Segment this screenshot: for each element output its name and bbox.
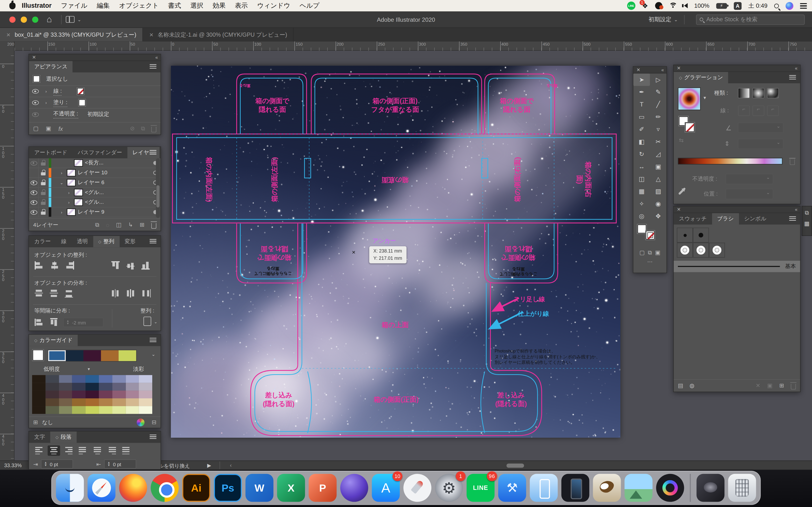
close-panel-icon[interactable]: ✕: [677, 207, 681, 212]
tab-透明[interactable]: 透明: [72, 236, 93, 247]
brush-item-3pt-round[interactable]: [677, 228, 693, 243]
gradient-position-select[interactable]: [725, 189, 773, 199]
layer-row[interactable]: ›レイヤー 10: [29, 168, 160, 178]
workspace-chevron-icon[interactable]: ⌄: [674, 17, 678, 22]
close-panel-icon[interactable]: ✕: [637, 67, 641, 72]
hand-tool[interactable]: ✥: [650, 210, 666, 222]
layer-thumbnail[interactable]: [74, 159, 83, 167]
variation-swatch[interactable]: [59, 398, 72, 406]
menu-item-ヘルプ[interactable]: ヘルプ: [300, 1, 319, 10]
tab-appearance[interactable]: アピアランス: [29, 61, 73, 72]
layer-row[interactable]: ›<グル...: [29, 198, 160, 208]
panel-menu-icon[interactable]: [150, 338, 156, 342]
panel-menu-icon[interactable]: [789, 216, 796, 221]
menu-item-選択[interactable]: 選択: [191, 1, 203, 10]
close-tab-icon[interactable]: ✕: [149, 32, 153, 38]
lock-icon[interactable]: [41, 199, 46, 206]
status-play-icon[interactable]: ▶: [207, 463, 211, 468]
layer-thumbnail[interactable]: [67, 209, 75, 216]
document-tab-1[interactable]: ✕box_01.ai* @ 33.33% (CMYK/GPU プレビュー): [0, 28, 143, 42]
width-tool[interactable]: ↔: [633, 160, 650, 173]
document-tab-2[interactable]: ✕名称未設定-1.ai @ 300% (CMYK/GPU プレビュー): [143, 28, 294, 42]
variation-swatch[interactable]: [112, 391, 126, 398]
layer-name[interactable]: <長方...: [85, 159, 103, 167]
dock-icon-simulator-app[interactable]: [530, 474, 558, 502]
variation-swatch[interactable]: [126, 383, 139, 391]
eye-icon[interactable]: [30, 200, 37, 205]
clear-appearance-icon[interactable]: ⊘: [130, 125, 135, 132]
distribute-dm[interactable]: [49, 289, 60, 298]
scale-tool[interactable]: ◿: [650, 148, 666, 160]
close-panel-icon[interactable]: ✕: [32, 55, 36, 60]
close-panel-icon[interactable]: ✕: [677, 66, 681, 71]
pen-tool[interactable]: ✒: [633, 86, 650, 98]
layer-thumbnail[interactable]: [67, 169, 75, 176]
tab-変形[interactable]: 変形: [119, 236, 141, 247]
variation-swatch[interactable]: [59, 383, 72, 391]
right-indent-stepper[interactable]: ▲▼0 pt: [104, 459, 136, 469]
panel-menu-icon[interactable]: [150, 150, 156, 155]
dropbox-status-icon[interactable]: ❖1: [642, 2, 648, 10]
add-effect-icon[interactable]: fx: [58, 125, 63, 132]
distribute-dl[interactable]: [111, 289, 121, 298]
brush-item-ring-1[interactable]: [677, 243, 693, 258]
notification-center-icon[interactable]: [800, 3, 807, 9]
tab-カラー[interactable]: カラー: [29, 236, 56, 247]
brush-item-basic[interactable]: 基本: [674, 261, 800, 272]
adobe-stock-search-input[interactable]: Adobe Stock を検索: [696, 14, 805, 24]
layer-name[interactable]: レイヤー 9: [78, 209, 104, 216]
status-prev-icon[interactable]: ‹: [230, 463, 232, 468]
lock-icon[interactable]: [41, 170, 46, 176]
remove-brush-stroke-icon[interactable]: ✕: [756, 382, 761, 389]
align-horizontal-hr[interactable]: [64, 261, 75, 270]
variation-swatch[interactable]: [45, 406, 59, 414]
dock-icon-chrome[interactable]: [151, 474, 179, 502]
align-vertical-vm[interactable]: [126, 261, 136, 270]
harmony-color-4[interactable]: [101, 350, 119, 361]
layer-name[interactable]: <グル...: [85, 189, 104, 196]
eye-icon[interactable]: [30, 190, 37, 195]
draw-behind-icon[interactable]: ⧉: [648, 249, 652, 256]
variation-swatch[interactable]: [32, 398, 45, 406]
variation-swatch[interactable]: [32, 391, 45, 398]
dock-icon-system-preferences[interactable]: ⚙1: [435, 474, 463, 502]
stroke-visibility-eye-icon[interactable]: [32, 89, 39, 94]
locate-object-icon[interactable]: ◌: [106, 222, 109, 228]
distribute-db[interactable]: [64, 289, 75, 298]
visibility-cell[interactable]: [29, 198, 39, 207]
variation-swatch[interactable]: [99, 383, 112, 391]
perspective-grid-tool[interactable]: △: [650, 173, 666, 185]
align-to-artboard-icon[interactable]: [144, 317, 151, 326]
dock-icon-photoshop[interactable]: Ps: [214, 474, 242, 502]
new-layer-icon[interactable]: ⊞: [140, 221, 145, 228]
harmony-color-5[interactable]: [119, 350, 136, 361]
reverse-gradient-icon[interactable]: ⇆: [679, 137, 684, 144]
base-color-swatch[interactable]: [33, 350, 44, 361]
align-to-chevron-icon[interactable]: ⌄: [154, 320, 157, 324]
eye-icon[interactable]: [30, 210, 37, 214]
spotlight-icon[interactable]: [774, 3, 779, 8]
lock-icon[interactable]: [41, 209, 46, 215]
input-source-icon[interactable]: A: [734, 2, 742, 10]
expand-layer-icon[interactable]: ⌄: [58, 180, 65, 185]
visibility-cell[interactable]: [29, 188, 39, 197]
home-icon[interactable]: ⌂: [47, 14, 52, 24]
collapse-panel-icon[interactable]: «: [661, 67, 663, 72]
new-sublayer-icon[interactable]: ↳: [128, 221, 133, 228]
expand-layer-icon[interactable]: ›: [66, 200, 72, 205]
layer-thumbnail[interactable]: [67, 179, 75, 186]
dock-icon-device-app[interactable]: [561, 474, 590, 502]
menu-item-効果[interactable]: 効果: [213, 1, 226, 10]
collapse-panel-icon[interactable]: «: [795, 66, 797, 71]
tab-スウォッチ[interactable]: スウォッチ: [674, 213, 712, 225]
dock-icon-powerpoint[interactable]: P: [309, 474, 337, 502]
layer-row[interactable]: ›レイヤー 9: [29, 207, 160, 217]
tab-アートボード[interactable]: アートボード: [29, 147, 72, 158]
variation-swatch[interactable]: [99, 375, 112, 383]
gradient-thumbnail[interactable]: [678, 88, 701, 110]
minimize-window-button[interactable]: [21, 16, 27, 23]
volume-icon[interactable]: [684, 3, 688, 8]
variation-swatch[interactable]: [126, 375, 139, 383]
delete-brush-icon[interactable]: [791, 384, 796, 389]
dock-icon-rocket-app[interactable]: [403, 474, 432, 502]
